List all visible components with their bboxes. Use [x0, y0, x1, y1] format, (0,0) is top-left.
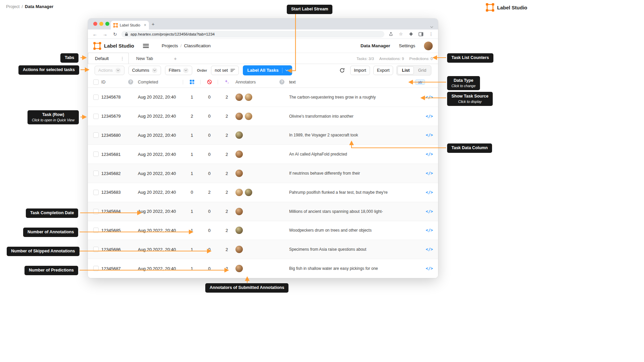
- row-checkbox[interactable]: [93, 266, 99, 271]
- zoom-window-button[interactable]: [105, 22, 109, 26]
- table-row[interactable]: 12345680 Aug 20 2022, 20:40 1 0 2 In 198…: [88, 126, 438, 145]
- table-header: ID ? Completed Annotators ? text str: [88, 76, 438, 88]
- row-checkbox[interactable]: [93, 209, 99, 214]
- counter-annotations: Annotations: 9: [379, 57, 404, 61]
- show-source-icon[interactable]: </>: [426, 152, 433, 157]
- row-checkbox[interactable]: [93, 152, 99, 157]
- breadcrumb-project[interactable]: Project: [6, 4, 19, 9]
- row-checkbox[interactable]: [93, 132, 99, 138]
- order-value: not set: [215, 68, 228, 73]
- task-completed: Aug 20 2022, 20:40: [138, 95, 183, 100]
- close-window-button[interactable]: [93, 22, 97, 26]
- url-input[interactable]: app.heartex.com/projects/123456/data?tab…: [121, 31, 384, 38]
- task-completed: Aug 20 2022, 20:40: [138, 133, 183, 138]
- header-id[interactable]: ID: [101, 80, 106, 84]
- nav-data-manager[interactable]: Data Manager: [361, 43, 390, 48]
- tab-close-icon[interactable]: ×: [144, 23, 146, 27]
- hamburger-menu-icon[interactable]: [143, 44, 149, 48]
- header-annotations-icon[interactable]: [183, 79, 201, 84]
- show-source-icon[interactable]: </>: [426, 247, 433, 252]
- row-checkbox[interactable]: [93, 228, 99, 233]
- import-label: Import: [354, 68, 366, 73]
- annotations-count: 1: [183, 171, 201, 176]
- show-source-icon[interactable]: </>: [426, 209, 433, 214]
- bookmark-star-icon[interactable]: ☆: [397, 32, 405, 37]
- import-button[interactable]: Import: [350, 66, 370, 75]
- view-grid-button[interactable]: Grid: [414, 66, 430, 74]
- header-annotators[interactable]: Annotators: [235, 80, 256, 84]
- export-button[interactable]: Export: [373, 66, 393, 75]
- header-completed[interactable]: Completed: [138, 80, 183, 84]
- view-list-button[interactable]: List: [397, 66, 414, 74]
- actions-label: Actions: [98, 68, 113, 73]
- row-checkbox[interactable]: [93, 114, 99, 119]
- row-checkbox[interactable]: [93, 247, 99, 252]
- export-label: Export: [377, 68, 390, 73]
- table-row[interactable]: 12345684 Aug 20 2022, 20:40 1 0 2 Millio…: [88, 202, 438, 221]
- user-avatar[interactable]: [424, 42, 433, 50]
- forward-icon[interactable]: →: [101, 32, 109, 37]
- new-tab-button[interactable]: +: [152, 21, 155, 27]
- annotator-avatar: [235, 246, 243, 253]
- minimize-window-button[interactable]: [99, 22, 103, 26]
- table-row[interactable]: 12345682 Aug 20 2022, 20:40 1 0 2 If neu…: [88, 164, 438, 183]
- row-checkbox[interactable]: [93, 95, 99, 100]
- order-label: Order: [197, 68, 207, 72]
- table-row[interactable]: 12345685 Aug 20 2022, 20:40 1 0 2 Woodpe…: [88, 221, 438, 240]
- table-row[interactable]: 12345681 Aug 20 2022, 20:40 1 0 2 An AI …: [88, 145, 438, 164]
- show-source-icon[interactable]: </>: [426, 171, 433, 176]
- back-icon[interactable]: ←: [91, 32, 99, 37]
- label-all-tasks-button[interactable]: Label All Tasks: [243, 65, 292, 75]
- task-id: 12345683: [101, 190, 121, 195]
- row-checkbox[interactable]: [93, 171, 99, 176]
- counter-tasks: Tasks: 3/3: [357, 57, 374, 61]
- data-type-badge[interactable]: str: [415, 79, 425, 85]
- show-source-icon[interactable]: </>: [426, 95, 433, 100]
- header-skipped-icon[interactable]: [201, 79, 218, 84]
- show-source-icon[interactable]: </>: [426, 190, 433, 195]
- header-predictions-icon[interactable]: [218, 79, 235, 84]
- browser-tab[interactable]: Label Studio ×: [111, 21, 149, 29]
- select-all-checkbox[interactable]: [93, 79, 99, 85]
- label-all-tasks-label: Label All Tasks: [247, 68, 278, 73]
- annotator-avatar: [235, 227, 243, 234]
- table-row[interactable]: 12345683 Aug 20 2022, 20:40 0 2 2 Pahrum…: [88, 183, 438, 202]
- annotator-avatar: [235, 208, 243, 215]
- show-source-icon[interactable]: </>: [426, 133, 433, 137]
- id-help-icon[interactable]: ?: [128, 79, 133, 84]
- show-source-icon[interactable]: </>: [426, 114, 433, 119]
- order-value-button[interactable]: not set: [211, 66, 239, 75]
- table-row[interactable]: 12345687 Aug 20 2022, 20:40 1 0 2 Big fi…: [88, 259, 438, 278]
- table-row[interactable]: 12345679 Aug 20 2022, 20:40 2 0 2 Olivin…: [88, 107, 438, 126]
- browser-menu-kebab-icon[interactable]: ⋮: [427, 32, 435, 37]
- header-text[interactable]: text: [289, 80, 413, 84]
- nav-project-name[interactable]: Classification: [184, 43, 211, 48]
- table-row[interactable]: 12345678 Aug 20 2022, 20:40 1 0 2 The ca…: [88, 88, 438, 107]
- show-source-icon[interactable]: </>: [426, 228, 433, 233]
- tab-new-tab[interactable]: New Tab: [136, 56, 153, 64]
- tab-options-kebab-icon[interactable]: ⋮: [120, 56, 124, 61]
- nav-projects-link[interactable]: Projects: [162, 43, 178, 48]
- extension-icon[interactable]: [407, 32, 415, 36]
- nav-settings[interactable]: Settings: [399, 43, 415, 48]
- add-tab-icon[interactable]: +: [174, 56, 177, 64]
- filters-dropdown[interactable]: Filters: [165, 66, 192, 75]
- tab-list-chevron-icon[interactable]: [431, 23, 433, 29]
- columns-dropdown[interactable]: Columns: [128, 66, 161, 75]
- task-completed: Aug 20 2022, 20:40: [138, 152, 183, 157]
- data-manager-tabs: Default ⋮ New Tab + Tasks: 3/3 Annotatio…: [88, 53, 438, 64]
- reload-icon[interactable]: ↻: [111, 32, 119, 37]
- row-checkbox[interactable]: [93, 190, 99, 195]
- side-panel-icon[interactable]: [417, 32, 425, 36]
- table-row[interactable]: 12345686 Aug 20 2022, 20:40 1 0 2 Specim…: [88, 240, 438, 259]
- app-logo-icon[interactable]: [93, 42, 101, 50]
- predictions-count: 2: [218, 228, 235, 233]
- annotators-help-icon[interactable]: ?: [279, 79, 284, 84]
- show-source-icon[interactable]: </>: [426, 266, 433, 271]
- predictions-count: 2: [218, 171, 235, 176]
- tab-default-label: Default: [95, 56, 109, 61]
- actions-dropdown[interactable]: Actions: [95, 66, 124, 75]
- tab-default[interactable]: Default ⋮: [88, 53, 129, 64]
- share-icon[interactable]: [387, 32, 394, 37]
- refresh-icon[interactable]: [337, 66, 347, 75]
